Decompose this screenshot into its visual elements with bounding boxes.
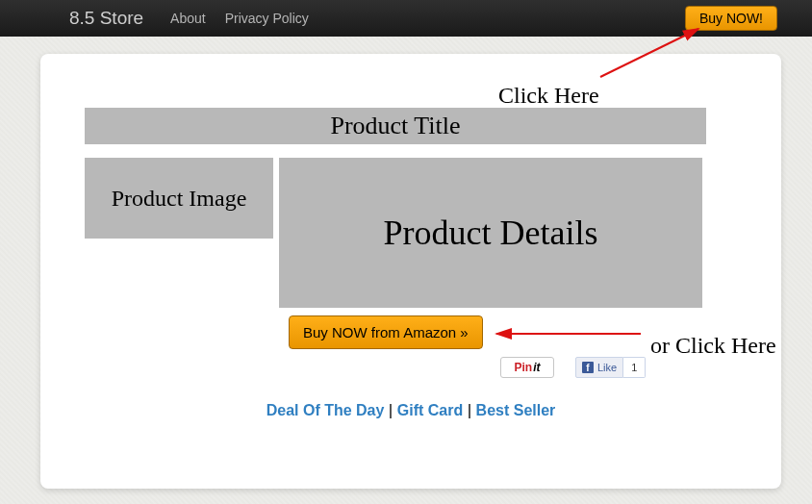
fb-like-label: Like	[597, 362, 617, 373]
buy-now-top-button[interactable]: Buy NOW!	[685, 6, 777, 31]
annotation-or-click-here: or Click Here	[650, 333, 776, 359]
facebook-f-icon: f	[582, 362, 594, 373]
product-title-placeholder: Product Title	[85, 108, 706, 144]
buy-now-amazon-button[interactable]: Buy NOW from Amazon »	[289, 315, 483, 349]
top-nav-bar: 8.5 Store About Privacy Policy Buy NOW!	[0, 0, 812, 37]
footer-sep: |	[468, 402, 476, 418]
footer-deal-link[interactable]: Deal Of The Day	[266, 402, 385, 418]
footer-sep: |	[389, 402, 397, 418]
footer-gift-link[interactable]: Gift Card	[397, 402, 463, 418]
pinit-prefix: Pin	[514, 358, 532, 377]
annotation-click-here: Click Here	[498, 83, 599, 109]
content-card: Click Here Product Title Product Image P…	[40, 54, 781, 489]
fb-like-widget: f Like 1	[575, 357, 646, 378]
fb-like-count: 1	[623, 357, 646, 378]
product-image-placeholder: Product Image	[85, 158, 273, 239]
footer-links: Deal Of The Day | Gift Card | Best Selle…	[40, 402, 781, 419]
pinit-suffix: it	[533, 358, 540, 377]
nav-about-link[interactable]: About	[170, 11, 206, 26]
arrow-bottom-icon	[491, 324, 645, 343]
nav-privacy-link[interactable]: Privacy Policy	[225, 11, 309, 26]
pinit-button[interactable]: Pinit	[500, 357, 554, 378]
brand-title: 8.5 Store	[69, 8, 143, 29]
footer-best-link[interactable]: Best Seller	[476, 402, 556, 418]
product-details-placeholder: Product Details	[279, 158, 702, 308]
fb-like-button[interactable]: f Like	[575, 357, 623, 378]
